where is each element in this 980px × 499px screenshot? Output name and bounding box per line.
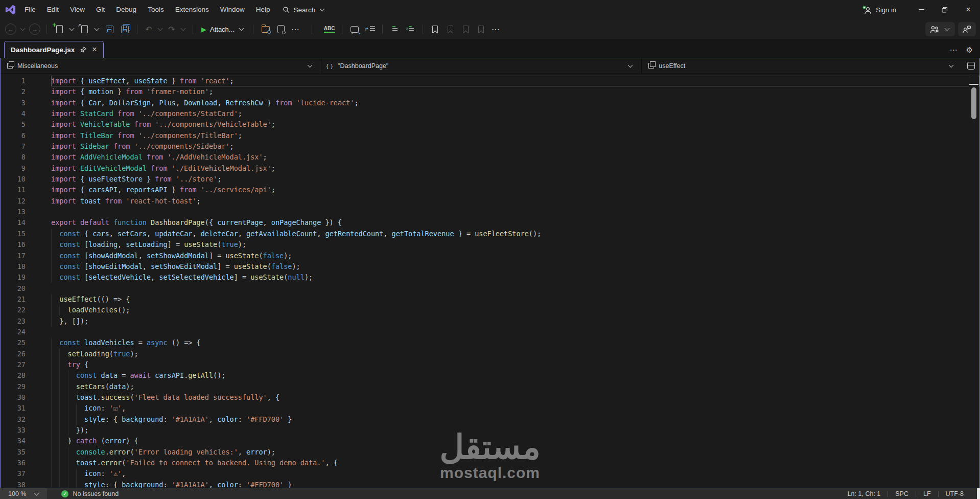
code-line[interactable]: 6import TitleBar from '../components/Tit… xyxy=(1,130,979,141)
code-line[interactable]: 20 xyxy=(1,283,979,294)
line-number[interactable]: 32 xyxy=(1,414,26,425)
line-number[interactable]: 22 xyxy=(1,305,26,315)
line-number[interactable]: 37 xyxy=(1,468,26,479)
line-number[interactable]: 28 xyxy=(1,370,26,381)
code-line[interactable]: 9import EditVehicleModal from './EditVeh… xyxy=(1,163,979,174)
bookmark-next-button[interactable] xyxy=(460,22,472,36)
breadcrumb-file[interactable]: { } "DashboardPage" xyxy=(321,58,642,73)
chevron-down-icon[interactable] xyxy=(158,26,163,31)
toggle-whitespace-button[interactable] xyxy=(389,22,401,36)
code-line[interactable]: 1import { useEffect, useState } from 're… xyxy=(1,76,979,86)
line-ending[interactable]: LF xyxy=(916,490,938,497)
line-number[interactable]: 18 xyxy=(1,261,26,272)
close-tab-icon[interactable]: × xyxy=(92,46,97,53)
chevron-down-icon[interactable] xyxy=(95,26,100,31)
line-number[interactable]: 11 xyxy=(1,185,26,195)
search-document-button[interactable] xyxy=(275,22,287,36)
code-line[interactable]: 30toast.success('Fleet data loaded succe… xyxy=(1,392,979,403)
chevron-down-icon[interactable] xyxy=(20,26,26,31)
navigate-forward-button[interactable]: → xyxy=(29,24,40,35)
line-number[interactable]: 12 xyxy=(1,196,26,207)
caret-position[interactable]: Ln: 1, Ch: 1 xyxy=(841,490,888,497)
menu-help[interactable]: Help xyxy=(250,0,276,19)
chevron-down-icon[interactable] xyxy=(181,26,186,31)
breadcrumb-project[interactable]: Miscellaneous xyxy=(1,58,321,73)
spell-check-button[interactable]: ABC xyxy=(323,22,336,36)
code-line[interactable]: 31icon: '☑', xyxy=(1,403,979,414)
minimize-button[interactable] xyxy=(909,0,933,19)
toolbar-more-button[interactable]: ⋯ xyxy=(290,25,300,34)
code-line[interactable]: 12import toast from 'react-hot-toast'; xyxy=(1,196,979,207)
menu-debug[interactable]: Debug xyxy=(110,0,142,19)
line-number[interactable]: 24 xyxy=(1,327,26,337)
code-line[interactable]: 38style: { background: '#1A1A1A', color:… xyxy=(1,480,979,488)
pin-icon[interactable] xyxy=(80,46,87,53)
zoom-selector[interactable]: 100 % xyxy=(0,488,47,499)
line-number[interactable]: 5 xyxy=(1,119,26,130)
breadcrumb-symbol[interactable]: useEffect xyxy=(642,58,962,73)
line-number[interactable]: 6 xyxy=(1,130,26,141)
scrollbar[interactable] xyxy=(969,74,978,488)
line-number[interactable]: 29 xyxy=(1,381,26,392)
code-line[interactable]: 26setLoading(true); xyxy=(1,349,979,359)
code-line[interactable]: 33}); xyxy=(1,425,979,436)
line-number[interactable]: 21 xyxy=(1,294,26,305)
line-number[interactable]: 35 xyxy=(1,447,26,458)
navigate-symbols-button[interactable]: ↱ xyxy=(364,22,376,36)
line-number[interactable]: 36 xyxy=(1,458,26,468)
code-line[interactable]: 32style: { background: '#1A1A1A', color:… xyxy=(1,414,979,425)
line-number[interactable]: 31 xyxy=(1,403,26,414)
open-file-button[interactable] xyxy=(78,22,90,36)
line-number[interactable]: 9 xyxy=(1,163,26,174)
line-number[interactable]: 38 xyxy=(1,480,26,488)
indent-mode[interactable]: SPC xyxy=(888,490,916,497)
scrollbar-thumb[interactable] xyxy=(971,87,976,119)
line-number[interactable]: 10 xyxy=(1,174,26,185)
menu-view[interactable]: View xyxy=(64,0,90,19)
line-number[interactable]: 23 xyxy=(1,316,26,327)
undo-button[interactable]: ↶ xyxy=(144,25,154,34)
sign-in-button[interactable]: Sign in xyxy=(862,6,896,14)
code-line[interactable]: 34} catch (error) { xyxy=(1,436,979,446)
search-menu[interactable]: Search xyxy=(283,6,325,14)
code-line[interactable]: 37icon: '⚠', xyxy=(1,468,979,479)
line-number[interactable]: 16 xyxy=(1,239,26,250)
issues-indicator[interactable]: ✓ No issues found xyxy=(61,490,119,497)
line-number[interactable]: 8 xyxy=(1,152,26,163)
restore-button[interactable] xyxy=(933,0,956,19)
save-button[interactable] xyxy=(103,22,115,36)
line-number[interactable]: 27 xyxy=(1,359,26,370)
toolbar-more-button-2[interactable]: ⋯ xyxy=(491,25,501,34)
attach-run-button[interactable]: ▶ Attach... xyxy=(199,26,247,33)
line-number[interactable]: 4 xyxy=(1,108,26,119)
code-line[interactable]: 29setCars(data); xyxy=(1,381,979,392)
word-wrap-button[interactable]: ² xyxy=(404,22,416,36)
menu-git[interactable]: Git xyxy=(90,0,110,19)
bookmark-prev-button[interactable] xyxy=(445,22,457,36)
close-button[interactable]: × xyxy=(956,0,980,19)
code-line[interactable]: 4import StatCard from '../components/Sta… xyxy=(1,108,979,119)
line-number[interactable]: 20 xyxy=(1,283,26,294)
code-line[interactable]: 16const [loading, setLoading] = useState… xyxy=(1,239,979,250)
editor[interactable]: 1import { useEffect, useState } from 're… xyxy=(1,74,979,488)
navigate-back-button[interactable]: ← xyxy=(5,24,16,35)
bookmark-clear-button[interactable] xyxy=(475,22,487,36)
line-number[interactable]: 15 xyxy=(1,229,26,239)
comment-button[interactable] xyxy=(348,22,361,36)
code-line[interactable]: 17const [showAddModal, setShowAddModal] … xyxy=(1,251,979,261)
code-line[interactable]: 2import { motion } from 'framer-motion'; xyxy=(1,86,979,97)
line-number[interactable]: 14 xyxy=(1,217,26,228)
split-editor-button[interactable] xyxy=(962,58,979,73)
line-number[interactable]: 13 xyxy=(1,207,26,217)
code-line[interactable]: 35console.error('Error loading vehicles:… xyxy=(1,447,979,458)
code-line[interactable]: 10import { useFleetStore } from '../stor… xyxy=(1,174,979,185)
feedback-button[interactable] xyxy=(958,22,976,36)
code-line[interactable]: 5import VehicleTable from '../components… xyxy=(1,119,979,130)
menu-extensions[interactable]: Extensions xyxy=(170,0,215,19)
code-line[interactable]: 18const [showEditModal, setShowEditModal… xyxy=(1,261,979,272)
more-editor-actions-button[interactable]: ⋯ xyxy=(950,46,958,55)
tab-dashboardpage[interactable]: DashboardPage.jsx × xyxy=(4,41,104,58)
code-line[interactable]: 11import { carsAPI, reportsAPI } from '.… xyxy=(1,185,979,195)
code-line[interactable]: 28const data = await carsAPI.getAll(); xyxy=(1,370,979,381)
line-number[interactable]: 19 xyxy=(1,272,26,283)
